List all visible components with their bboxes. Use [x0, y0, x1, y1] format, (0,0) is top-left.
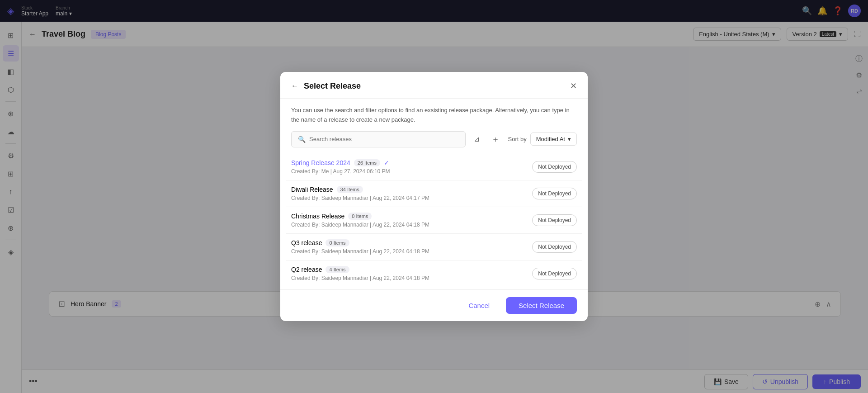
release-name: Christmas Release [291, 213, 344, 220]
release-name-row: Q3 release 0 Items [291, 239, 532, 246]
release-item-info: Q3 release 0 Items Created By: Saideep M… [291, 239, 532, 255]
search-box[interactable]: 🔍 [291, 131, 466, 147]
modal-search-row: 🔍 ⊿ ＋ Sort by Modified At ▾ [280, 130, 588, 154]
not-deployed-button[interactable]: Not Deployed [532, 188, 577, 199]
sort-chevron-icon: ▾ [568, 136, 571, 142]
sort-row: Sort by Modified At ▾ [508, 133, 577, 146]
release-item-info: Christmas Release 0 Items Created By: Sa… [291, 213, 532, 228]
sort-select[interactable]: Modified At ▾ [530, 133, 577, 146]
release-name-row: Spring Release 2024 26 Items ✓ [291, 159, 532, 166]
release-name-row: Q2 release 4 Items [291, 266, 532, 273]
release-item[interactable]: Q2 release 4 Items Created By: Saideep M… [286, 260, 582, 287]
release-meta: Created By: Saideep Mannadiar | Aug 22, … [291, 222, 532, 228]
release-name-row: Christmas Release 0 Items [291, 213, 532, 220]
items-badge: 26 Items [354, 159, 380, 166]
release-meta: Created By: Me | Aug 27, 2024 06:10 PM [291, 168, 532, 175]
release-meta: Created By: Saideep Mannadiar | Aug 22, … [291, 248, 532, 255]
search-icon: 🔍 [298, 136, 306, 143]
sort-option-label: Modified At [536, 136, 565, 142]
select-release-modal: ← Select Release ✕ You can use the searc… [280, 72, 588, 321]
release-name: Spring Release 2024 [291, 159, 350, 166]
release-item[interactable]: Diwali Release 34 Items Created By: Said… [286, 180, 582, 207]
not-deployed-button[interactable]: Not Deployed [532, 241, 577, 253]
select-release-button[interactable]: Select Release [506, 297, 577, 314]
release-name-row: Diwali Release 34 Items [291, 186, 532, 193]
not-deployed-button[interactable]: Not Deployed [532, 161, 577, 173]
cancel-button[interactable]: Cancel [458, 297, 500, 314]
release-item-info: Spring Release 2024 26 Items ✓ Created B… [291, 159, 532, 175]
items-badge: 34 Items [337, 186, 363, 193]
not-deployed-button[interactable]: Not Deployed [532, 268, 577, 279]
check-icon: ✓ [384, 159, 389, 166]
release-list: Spring Release 2024 26 Items ✓ Created B… [286, 154, 582, 289]
modal-back-button[interactable]: ← [291, 82, 298, 90]
items-badge: 4 Items [326, 266, 349, 273]
modal-close-button[interactable]: ✕ [570, 81, 577, 91]
modal-overlay[interactable]: ← Select Release ✕ You can use the searc… [0, 0, 868, 393]
release-item-info: Diwali Release 34 Items Created By: Said… [291, 186, 532, 201]
search-input[interactable] [309, 136, 459, 142]
modal-title: Select Release [304, 81, 565, 91]
sort-label: Sort by [508, 136, 526, 142]
items-badge: 0 Items [326, 239, 349, 246]
modal-header: ← Select Release ✕ [280, 72, 588, 99]
release-item[interactable]: Spring Release 2024 26 Items ✓ Created B… [286, 154, 582, 180]
release-name: Q3 release [291, 239, 322, 246]
filter-icon[interactable]: ⊿ [470, 131, 483, 147]
release-item-info: Q2 release 4 Items Created By: Saideep M… [291, 266, 532, 281]
add-release-icon[interactable]: ＋ [488, 130, 503, 148]
release-item[interactable]: Christmas Release 0 Items Created By: Sa… [286, 207, 582, 234]
not-deployed-button[interactable]: Not Deployed [532, 214, 577, 226]
release-name: Q2 release [291, 266, 322, 273]
items-badge: 0 Items [348, 213, 372, 220]
release-name: Diwali Release [291, 186, 333, 193]
release-meta: Created By: Saideep Mannadiar | Aug 22, … [291, 275, 532, 281]
release-item[interactable]: Q3 release 0 Items Created By: Saideep M… [286, 234, 582, 260]
release-meta: Created By: Saideep Mannadiar | Aug 22, … [291, 195, 532, 201]
modal-footer: Cancel Select Release [280, 289, 588, 321]
modal-description: You can use the search and filter option… [280, 99, 588, 130]
